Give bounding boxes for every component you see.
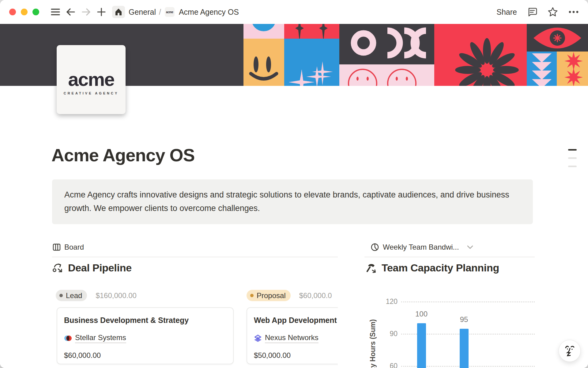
back-button[interactable] — [65, 6, 77, 18]
deal-card-title: Web App Development — [254, 316, 338, 325]
deal-pipeline-heading[interactable]: Deal Pipeline — [52, 262, 132, 274]
deal-card[interactable]: Web App Development Nexus Networks $50,0… — [247, 307, 338, 364]
traffic-lights — [9, 9, 39, 15]
breadcrumb-page-title[interactable]: Acme Agency OS — [179, 8, 239, 17]
toc-item[interactable] — [568, 149, 577, 151]
home-icon — [115, 8, 123, 16]
cover-tile-flower — [434, 24, 527, 86]
home-button[interactable] — [112, 6, 125, 18]
deal-amount: $60,000.00 — [64, 351, 226, 360]
status-dot — [59, 294, 63, 297]
workspace-logo-card[interactable]: acme CREATIVE AGENCY — [57, 45, 126, 114]
forward-button[interactable] — [80, 6, 92, 18]
deal-pipeline-section: Board Deal Pipeline Lead $1 — [52, 240, 338, 368]
board-view-icon — [53, 243, 61, 251]
bar-value-label: 100 — [409, 310, 434, 318]
cover-tile-smiley-orange — [243, 39, 284, 86]
new-tab-button[interactable] — [95, 6, 107, 18]
cover-tile-smileys-pink — [339, 64, 434, 86]
cover-tile-eye — [527, 24, 588, 52]
close-window-button[interactable] — [9, 9, 16, 15]
hammer-icon — [366, 262, 377, 274]
status-badge-proposal[interactable]: Proposal — [247, 290, 291, 301]
window-chrome: General / acme Acme Agency OS Share — [0, 0, 588, 24]
board-view-label: Board — [64, 243, 84, 251]
cover-tile-stars-blue — [284, 39, 339, 86]
cover-tile-sparkles-red — [284, 24, 339, 39]
section-divider — [52, 257, 338, 257]
table-of-contents-indicator[interactable] — [568, 149, 577, 167]
board-view-tab[interactable]: Board — [53, 243, 84, 251]
bar-value-label: 95 — [452, 315, 476, 324]
ai-face-icon — [564, 344, 576, 358]
minimize-window-button[interactable] — [21, 9, 28, 15]
zoom-window-button[interactable] — [32, 9, 39, 15]
status-dot — [250, 294, 254, 297]
y-tick: 90 — [375, 330, 398, 338]
notion-ai-button[interactable] — [559, 340, 581, 362]
deal-client-link[interactable]: Stellar Systems — [75, 333, 126, 343]
cover-tile-triangles — [527, 52, 557, 86]
team-capacity-section: Weekly Team Bandwi... Team Capacity Plan… — [364, 240, 535, 368]
favorite-star-icon[interactable] — [548, 7, 558, 17]
chart-view-icon — [371, 243, 379, 251]
chevron-down-icon[interactable] — [467, 245, 473, 249]
column-header-lead[interactable]: Lead $160,000.00 — [56, 290, 137, 301]
y-tick: 120 — [375, 297, 398, 306]
callout-block[interactable]: Acme Agency crafts innovative designs an… — [52, 179, 533, 224]
pipeline-icon — [52, 262, 64, 274]
capacity-bar[interactable] — [460, 329, 469, 368]
status-badge-lead[interactable]: Lead — [56, 290, 87, 301]
column-total: $160,000.00 — [96, 291, 136, 300]
deal-amount: $50,000.00 — [254, 351, 338, 360]
chart-view-label: Weekly Team Bandwi... — [383, 243, 459, 251]
breadcrumb-section[interactable]: General — [129, 8, 156, 17]
team-capacity-heading[interactable]: Team Capacity Planning — [366, 262, 499, 274]
logo-subtitle: CREATIVE AGENCY — [64, 91, 119, 95]
deal-pipeline-title: Deal Pipeline — [68, 262, 132, 274]
status-label: Lead — [66, 291, 82, 300]
y-tick: 60 — [375, 362, 398, 368]
deal-card-title: Business Development & Strategy — [64, 316, 226, 325]
share-button[interactable]: Share — [496, 8, 517, 17]
notion-window: General / acme Acme Agency OS Share — [0, 0, 588, 368]
section-divider — [364, 257, 535, 257]
logo-wordmark: acme — [68, 70, 114, 89]
capacity-bar[interactable] — [417, 323, 426, 368]
deal-card[interactable]: Business Development & Strategy Stellar … — [57, 307, 234, 364]
column-total: $60,000.0 — [299, 291, 332, 300]
page-favicon: acme — [165, 7, 175, 17]
gridline-120 — [401, 301, 535, 302]
y-axis-label: ty Hours (Sum) — [369, 319, 377, 368]
comments-icon[interactable] — [527, 7, 537, 17]
cover-tile-circle — [243, 24, 284, 39]
column-header-proposal[interactable]: Proposal $60,000.0 — [247, 290, 332, 301]
toc-item[interactable] — [568, 157, 577, 159]
page-title[interactable]: Acme Agency OS — [51, 145, 194, 165]
cover-tile-starbursts — [557, 52, 588, 86]
deal-client-link[interactable]: Nexus Networks — [265, 333, 318, 343]
chart-view-tab[interactable]: Weekly Team Bandwi... — [371, 243, 473, 251]
more-options-icon[interactable] — [568, 10, 579, 13]
stellar-systems-icon — [64, 334, 72, 342]
cover-tile-oddc — [339, 24, 434, 64]
team-capacity-title: Team Capacity Planning — [382, 262, 499, 274]
sidebar-menu-icon[interactable] — [49, 6, 62, 18]
breadcrumb-separator: / — [159, 8, 161, 17]
toc-item[interactable] — [568, 166, 577, 167]
status-label: Proposal — [257, 291, 286, 300]
nexus-networks-icon — [254, 334, 262, 342]
page-content: Acme Agency OS Acme Agency crafts innova… — [0, 86, 588, 368]
